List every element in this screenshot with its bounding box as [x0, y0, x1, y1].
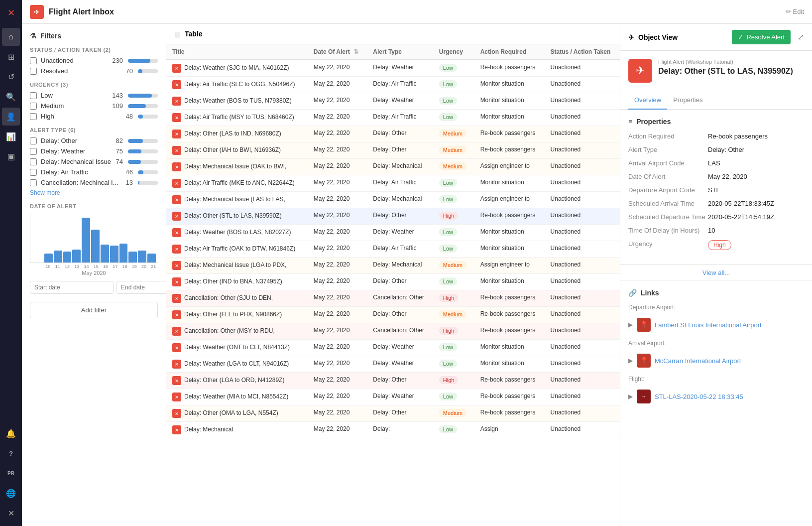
table-row[interactable]: ✕ Delay: Mechanical Issue (LAS to LAS, M… [166, 192, 620, 208]
table-row[interactable]: ✕ Cancellation: Other (MSY to RDU, May 2… [166, 323, 620, 340]
help-nav-icon[interactable]: ? [2, 444, 20, 462]
row-alert-icon: ✕ [172, 277, 181, 286]
title-text: Delay: Weather (BOS to TUS, N79380Z) [184, 97, 292, 105]
table-row[interactable]: ✕ Delay: Weather (MIA to MCI, N85542Z) M… [166, 389, 620, 405]
cell-action: Monitor situation [474, 356, 545, 373]
edit-button[interactable]: ✏ Edit [786, 8, 804, 15]
cell-urgency: Medium [433, 142, 474, 159]
chart-nav-icon[interactable]: 📊 [2, 128, 20, 145]
minimize-button[interactable]: ⤢ [798, 32, 804, 42]
table-row[interactable]: ✕ Delay: Other (IND to BNA, N37495Z) May… [166, 274, 620, 290]
show-more-link[interactable]: Show more [30, 189, 158, 196]
cell-urgency: High [433, 323, 474, 340]
cell-title: ✕ Delay: Weather (BOS to LAS, N82027Z) [166, 225, 308, 241]
high-checkbox[interactable] [30, 113, 37, 120]
table-row[interactable]: ✕ Delay: Weather (LGA to CLT, N94016Z) M… [166, 356, 620, 373]
history-nav-icon[interactable]: ↺ [2, 68, 20, 86]
arrival-airport-text[interactable]: McCarran International Airport [655, 357, 741, 365]
globe-nav-icon[interactable]: 🌐 [2, 484, 20, 502]
filter-low: Low 143 [30, 92, 158, 99]
cell-date: May 22, 2020 [308, 110, 367, 126]
unactioned-checkbox[interactable] [30, 57, 37, 64]
prop-alert-type: Alert Type Delay: Other [628, 146, 804, 153]
chart-x-label: 11 [53, 264, 62, 269]
medium-checkbox[interactable] [30, 103, 37, 110]
flight-link-text[interactable]: STL-LAS-2020-05-22 18:33:45 [655, 393, 743, 400]
table-scroll[interactable]: Title Date Of Alert ⇅ Alert Type Urgency… [166, 44, 620, 526]
cancellation-mech-checkbox[interactable] [30, 179, 37, 186]
grid-nav-icon[interactable]: ⊞ [2, 48, 20, 66]
table-row[interactable]: ✕ Delay: Air Traffic (OAK to DTW, N61846… [166, 241, 620, 258]
pr-nav-icon[interactable]: PR [2, 464, 20, 482]
table-row[interactable]: ✕ Delay: Weather (BOS to LAS, N82027Z) M… [166, 225, 620, 241]
delay-other-checkbox[interactable] [30, 137, 37, 144]
bell-nav-icon[interactable]: 🔔 [2, 424, 20, 442]
table-row[interactable]: ✕ Delay: Air Traffic (SLC to OGG, N50496… [166, 77, 620, 93]
cell-alert-type: Delay: Other [367, 208, 433, 225]
table-row[interactable]: ✕ Delay: Other (LAS to IND, N69680Z) May… [166, 126, 620, 142]
cell-alert-type: Delay: Mechanical [367, 159, 433, 175]
row-alert-icon: ✕ [172, 97, 181, 106]
filter-delay-airtraffic: Delay: Air Traffic 46 [30, 168, 158, 176]
cell-status: Unactioned [545, 208, 620, 225]
resolved-checkbox[interactable] [30, 68, 37, 75]
urgency-badge: Low [439, 195, 457, 203]
flight-link[interactable]: ▶ → STL-LAS-2020-05-22 18:33:45 [628, 387, 804, 406]
start-date-input[interactable] [30, 281, 114, 294]
title-text: Cancellation: Other (MSY to RDU, [184, 327, 275, 335]
alert-detail-icon: ✈ [628, 59, 652, 83]
user-nav-icon[interactable]: 👤 [2, 108, 20, 126]
cell-urgency: Medium [433, 159, 474, 175]
box-nav-icon[interactable]: ▣ [2, 147, 20, 165]
prop-date-of-alert: Date Of Alert May 22, 2020 [628, 173, 804, 180]
delay-mechanical-checkbox[interactable] [30, 158, 37, 165]
view-all-link[interactable]: View all... [620, 264, 812, 280]
top-header: ✈ Flight Alert Inbox ✏ Edit [22, 0, 812, 24]
cell-date: May 22, 2020 [308, 225, 367, 241]
more-nav-icon[interactable]: ✕ [2, 504, 20, 522]
row-alert-icon: ✕ [172, 113, 181, 122]
table-row[interactable]: ✕ Delay: Mechanical May 22, 2020 Delay: … [166, 422, 620, 438]
add-filter-button[interactable]: Add filter [30, 302, 158, 318]
departure-airport-link[interactable]: ▶ 📍 Lambert St Louis International Airpo… [628, 315, 804, 335]
arrival-airport-link[interactable]: ▶ 📍 McCarran International Airport [628, 351, 804, 371]
title-text: Delay: Other (LAS to IND, N69680Z) [184, 130, 281, 138]
end-date-input[interactable] [116, 281, 166, 294]
properties-icon: ≡ [628, 118, 632, 126]
app-logo-icon[interactable]: ✕ [2, 4, 20, 22]
tab-properties[interactable]: Properties [667, 91, 708, 110]
filter-icon: ⚗ [30, 32, 36, 40]
table-row[interactable]: ✕ Delay: Mechanical Issue (OAK to BWI, M… [166, 159, 620, 175]
cell-status: Unactioned [545, 60, 620, 77]
table-row[interactable]: ✕ Delay: Weather (ONT to CLT, N84413Z) M… [166, 340, 620, 356]
table-row[interactable]: ✕ Delay: Air Traffic (MKE to ANC, N22644… [166, 175, 620, 192]
table-row[interactable]: ✕ Delay: Weather (SJC to MIA, N40162Z) M… [166, 60, 620, 77]
cell-alert-type: Delay: [367, 422, 433, 438]
table-row[interactable]: ✕ Delay: Weather (BOS to TUS, N79380Z) M… [166, 93, 620, 110]
table-row[interactable]: ✕ Delay: Other (LGA to ORD, N41289Z) May… [166, 373, 620, 389]
urgency-badge: Medium [439, 162, 466, 170]
delay-airtraffic-checkbox[interactable] [30, 169, 37, 176]
table-row[interactable]: ✕ Delay: Other (FLL to PHX, N90866Z) May… [166, 307, 620, 323]
departure-airport-text[interactable]: Lambert St Louis International Airport [655, 321, 762, 329]
low-checkbox[interactable] [30, 92, 37, 99]
table-row[interactable]: ✕ Delay: Mechanical Issue (LGA to PDX, M… [166, 258, 620, 274]
home-nav-icon[interactable]: ⌂ [2, 28, 20, 46]
prop-scheduled-departure: Scheduled Departure Time 2020-05-22T14:5… [628, 213, 804, 221]
resolve-alert-button[interactable]: ✓ Resolve Alert [732, 30, 791, 44]
row-alert-icon: ✕ [172, 162, 181, 171]
table-row[interactable]: ✕ Delay: Other (IAH to BWI, N16936Z) May… [166, 142, 620, 159]
delay-weather-checkbox[interactable] [30, 148, 37, 155]
cell-action: Monitor situation [474, 241, 545, 258]
flight-route-icon: → [637, 390, 651, 403]
search-nav-icon[interactable]: 🔍 [2, 88, 20, 106]
title-text: Delay: Weather (LGA to CLT, N94016Z) [184, 360, 289, 368]
table-row[interactable]: ✕ Delay: Air Traffic (MSY to TUS, N68460… [166, 110, 620, 126]
urgency-badge: Low [439, 343, 457, 351]
table-row[interactable]: ✕ Delay: Other (STL to LAS, N39590Z) May… [166, 208, 620, 225]
table-row[interactable]: ✕ Delay: Other (OMA to LGA, N554Z) May 2… [166, 405, 620, 422]
col-date[interactable]: Date Of Alert ⇅ [308, 44, 367, 60]
tab-overview[interactable]: Overview [628, 91, 667, 110]
table-row[interactable]: ✕ Cancellation: Other (SJU to DEN, May 2… [166, 290, 620, 307]
table-body: ✕ Delay: Weather (SJC to MIA, N40162Z) M… [166, 60, 620, 438]
